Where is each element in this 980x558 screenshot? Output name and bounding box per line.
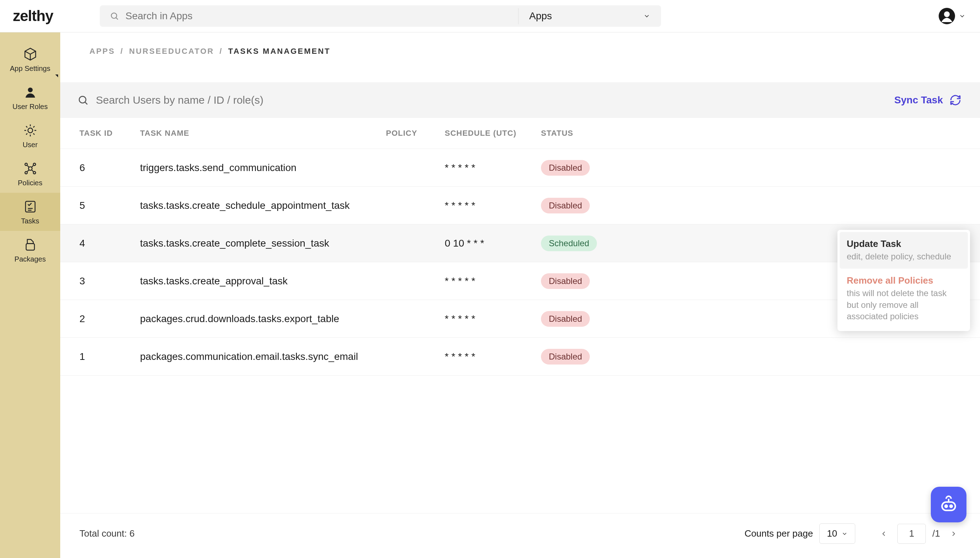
menu-item-update-task[interactable]: Update Taskedit, delete policy, schedule [840, 232, 968, 269]
svg-point-4 [28, 88, 33, 92]
cell-schedule: * * * * * [445, 313, 541, 325]
page-number-input[interactable]: 1 [897, 524, 926, 544]
filter-bar: Sync Task [60, 82, 980, 118]
sidebar-item-app-settings[interactable]: App Settings [0, 40, 60, 79]
counts-per-page-select[interactable]: 10 [819, 524, 855, 544]
sidebar: App Settings User Roles User Policies Ta… [0, 33, 60, 558]
sidebar-item-label: Policies [18, 179, 43, 187]
logo: zelthy [0, 8, 93, 25]
column-header-schedule[interactable]: SCHEDULE (UTC) [445, 129, 541, 138]
table-header: TASK ID TASK NAME POLICY SCHEDULE (UTC) … [60, 118, 980, 149]
sidebar-item-label: User [23, 141, 38, 149]
search-icon [77, 94, 89, 106]
cell-status: Disabled [541, 198, 961, 213]
sidebar-item-tasks[interactable]: Tasks [0, 193, 60, 231]
svg-rect-12 [26, 244, 34, 250]
user-role-icon [23, 85, 38, 100]
breadcrumb: APPS / NURSEEDUCATOR / TASKS MANAGEMENT [60, 33, 980, 64]
tasks-table: TASK ID TASK NAME POLICY SCHEDULE (UTC) … [60, 118, 980, 513]
search-input[interactable] [125, 10, 508, 22]
svg-point-0 [111, 13, 117, 18]
menu-item-remove-policies[interactable]: Remove all Policiesthis will not delete … [840, 269, 968, 328]
menu-item-sub: edit, delete policy, schedule [847, 251, 961, 262]
chat-fab[interactable] [931, 487, 967, 522]
svg-point-8 [33, 163, 36, 166]
cell-task-name: tasks.tasks.create_approval_task [140, 276, 386, 287]
svg-point-35 [950, 505, 952, 507]
cell-task-id: 2 [79, 313, 140, 325]
sidebar-item-packages[interactable]: Packages [0, 231, 60, 269]
sync-task-button[interactable]: Sync Task [895, 94, 962, 106]
account-menu[interactable] [939, 8, 966, 24]
topbar: zelthy Apps [0, 0, 980, 33]
cell-task-id: 5 [79, 200, 140, 211]
chevron-down-icon [643, 13, 650, 20]
cell-task-id: 3 [79, 276, 140, 287]
search-scope-label: Apps [529, 10, 552, 22]
sidebar-item-policies[interactable]: Policies [0, 155, 60, 193]
breadcrumb-sep: / [217, 47, 225, 56]
search-icon [110, 11, 119, 21]
tasks-icon [23, 199, 38, 214]
cell-schedule: * * * * * [445, 351, 541, 363]
cell-schedule: * * * * * [445, 200, 541, 211]
menu-item-sub: this will not delete the task but only r… [847, 287, 961, 322]
svg-point-3 [944, 11, 950, 17]
bot-icon [939, 495, 959, 515]
global-search: Apps [100, 5, 661, 27]
table-row[interactable]: 1packages.communication.email.tasks.sync… [60, 338, 980, 376]
column-header-task-name[interactable]: TASK NAME [140, 129, 386, 138]
prev-page-button[interactable] [877, 527, 891, 541]
status-badge: Disabled [541, 349, 590, 364]
paginator: 1 /1 [877, 524, 961, 544]
cell-task-name: triggers.tasks.send_communication [140, 162, 386, 174]
sidebar-item-label: App Settings [10, 64, 50, 73]
package-icon [23, 237, 38, 252]
next-page-button[interactable] [947, 527, 961, 541]
cell-task-name: tasks.tasks.create_complete_session_task [140, 238, 386, 249]
table-row[interactable]: 5tasks.tasks.create_schedule_appointment… [60, 187, 980, 225]
breadcrumb-app-name[interactable]: NURSEEDUCATOR [129, 47, 214, 56]
counts-per-page-label: Counts per page [744, 528, 813, 539]
table-row[interactable]: 6triggers.tasks.send_communication* * * … [60, 149, 980, 187]
cell-schedule: * * * * * [445, 162, 541, 174]
svg-point-9 [25, 171, 28, 174]
svg-point-13 [79, 96, 86, 103]
cell-schedule: 0 10 * * * [445, 238, 541, 249]
table-footer: Total count: 6 Counts per page 10 1 /1 [60, 513, 980, 558]
breadcrumb-apps[interactable]: APPS [89, 47, 115, 56]
sidebar-item-label: Packages [15, 255, 46, 263]
svg-point-34 [945, 505, 947, 507]
svg-line-14 [85, 102, 87, 104]
search-scope-dropdown[interactable]: Apps [519, 10, 661, 22]
cell-task-id: 4 [79, 238, 140, 249]
cell-status: Disabled [541, 349, 961, 364]
svg-line-1 [116, 18, 118, 20]
page-sep: /1 [932, 528, 940, 539]
sidebar-item-label: Tasks [21, 217, 39, 225]
network-icon [23, 161, 38, 176]
gear-user-icon [23, 123, 38, 138]
status-badge: Disabled [541, 273, 590, 289]
column-header-status[interactable]: STATUS [541, 129, 961, 138]
menu-item-title: Update Task [847, 238, 961, 249]
svg-rect-33 [942, 502, 955, 510]
svg-point-7 [25, 163, 28, 166]
cell-task-name: packages.communication.email.tasks.sync_… [140, 351, 386, 363]
cell-task-name: tasks.tasks.create_schedule_appointment_… [140, 200, 386, 211]
breadcrumb-sep: / [118, 47, 126, 56]
filter-input[interactable] [96, 94, 895, 106]
sidebar-item-user-roles[interactable]: User Roles [0, 79, 60, 117]
cell-task-id: 6 [79, 162, 140, 174]
svg-point-5 [28, 128, 33, 133]
sidebar-item-user[interactable]: User [0, 117, 60, 155]
status-badge: Scheduled [541, 236, 597, 251]
breadcrumb-current: TASKS MANAGEMENT [228, 47, 330, 56]
cell-schedule: * * * * * [445, 276, 541, 287]
column-header-policy[interactable]: POLICY [386, 129, 445, 138]
status-badge: Disabled [541, 198, 590, 213]
total-count: Total count: 6 [79, 528, 135, 539]
column-header-task-id[interactable]: TASK ID [79, 129, 140, 138]
svg-point-10 [33, 171, 36, 174]
sidebar-item-label: User Roles [13, 103, 48, 111]
